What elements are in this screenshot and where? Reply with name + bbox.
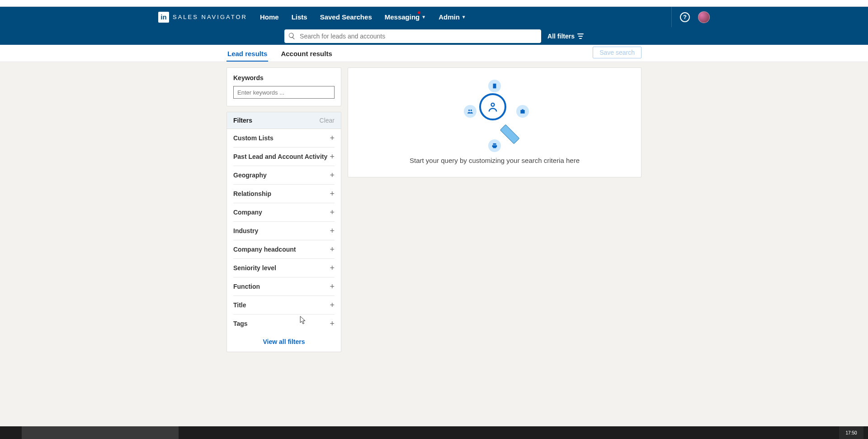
help-icon[interactable]: ? bbox=[680, 12, 690, 22]
os-taskbar: 17:50 bbox=[0, 426, 868, 439]
clear-filters-button: Clear bbox=[320, 117, 335, 124]
brand-name: SALES NAVIGATOR bbox=[173, 14, 247, 20]
plus-icon: + bbox=[330, 264, 335, 272]
keywords-card: Keywords bbox=[226, 67, 341, 106]
filter-lines-icon bbox=[577, 33, 584, 39]
filter-label: Relationship bbox=[233, 190, 271, 197]
topbar-divider bbox=[671, 7, 672, 27]
magnifier-handle bbox=[500, 124, 520, 144]
keywords-label: Keywords bbox=[233, 74, 335, 81]
filters-card: Filters Clear Custom Lists+Past Lead and… bbox=[226, 112, 341, 352]
filter-label: Company headcount bbox=[233, 246, 296, 253]
filter-row-industry[interactable]: Industry+ bbox=[233, 222, 335, 240]
tab-lead-results[interactable]: Lead results bbox=[226, 50, 268, 62]
plus-icon: + bbox=[330, 171, 335, 179]
browser-chrome-bar bbox=[0, 0, 868, 7]
plus-icon: + bbox=[330, 134, 335, 142]
building-icon bbox=[488, 80, 501, 92]
empty-state-text: Start your query by customizing your sea… bbox=[357, 157, 632, 164]
filter-row-title[interactable]: Title+ bbox=[233, 296, 335, 315]
plus-icon: + bbox=[330, 282, 335, 291]
plus-icon: + bbox=[330, 190, 335, 198]
chevron-down-icon: ▼ bbox=[421, 14, 426, 19]
view-all-filters-link[interactable]: View all filters bbox=[227, 333, 341, 352]
filter-row-past-lead-and-account-activity[interactable]: Past Lead and Account Activity+ bbox=[233, 148, 335, 166]
brand[interactable]: in SALES NAVIGATOR bbox=[158, 12, 247, 23]
plus-icon: + bbox=[330, 227, 335, 235]
svg-point-0 bbox=[491, 103, 495, 106]
filter-row-tags[interactable]: Tags+ bbox=[233, 315, 335, 333]
global-search-input[interactable] bbox=[284, 29, 541, 43]
taskbar-clock: 17:50 bbox=[839, 426, 863, 439]
filter-label: Tags bbox=[233, 320, 248, 327]
save-search-button: Save search bbox=[593, 47, 642, 58]
topbar: in SALES NAVIGATOR Home Lists Saved Sear… bbox=[0, 7, 868, 27]
nav-lists[interactable]: Lists bbox=[292, 13, 307, 21]
nav-messaging-label: Messaging bbox=[385, 13, 420, 21]
plus-icon: + bbox=[330, 153, 335, 161]
filter-label: Seniority level bbox=[233, 264, 276, 272]
filter-row-seniority-level[interactable]: Seniority level+ bbox=[233, 259, 335, 277]
plus-icon: + bbox=[330, 301, 335, 309]
filter-label: Past Lead and Account Activity bbox=[233, 153, 327, 160]
results-tabs-bar: Lead results Account results Save search bbox=[0, 45, 868, 62]
searchbar: All filters bbox=[0, 27, 868, 45]
avatar[interactable] bbox=[698, 11, 710, 23]
chevron-down-icon: ▼ bbox=[462, 14, 466, 19]
filter-label: Function bbox=[233, 283, 260, 290]
content-area: Keywords Filters Clear Custom Lists+Past… bbox=[0, 62, 868, 439]
keywords-input[interactable] bbox=[233, 86, 335, 99]
nav-admin[interactable]: Admin ▼ bbox=[439, 13, 466, 21]
briefcase-icon bbox=[516, 105, 529, 118]
nav-messaging[interactable]: Messaging ▼ bbox=[385, 13, 426, 21]
filter-row-relationship[interactable]: Relationship+ bbox=[233, 185, 335, 203]
filter-row-custom-lists[interactable]: Custom Lists+ bbox=[233, 129, 335, 148]
nav-admin-label: Admin bbox=[439, 13, 460, 21]
tab-account-results[interactable]: Account results bbox=[280, 50, 333, 62]
plus-icon: + bbox=[330, 208, 335, 216]
notification-badge bbox=[418, 11, 420, 14]
people-icon bbox=[464, 105, 476, 118]
plus-icon: + bbox=[330, 245, 335, 253]
linkedin-icon: in bbox=[158, 12, 169, 23]
filter-label: Company bbox=[233, 209, 262, 216]
filter-label: Custom Lists bbox=[233, 134, 274, 142]
filter-row-company[interactable]: Company+ bbox=[233, 203, 335, 222]
filter-row-function[interactable]: Function+ bbox=[233, 277, 335, 296]
search-icon bbox=[288, 32, 296, 40]
nav-saved-searches[interactable]: Saved Searches bbox=[320, 13, 372, 21]
filter-row-company-headcount[interactable]: Company headcount+ bbox=[233, 240, 335, 259]
plus-icon: + bbox=[330, 320, 335, 328]
filter-label: Geography bbox=[233, 172, 267, 179]
filter-label: Industry bbox=[233, 227, 258, 234]
empty-results-card: Start your query by customizing your sea… bbox=[348, 67, 642, 177]
magnifier-person-icon bbox=[479, 93, 506, 120]
filter-row-geography[interactable]: Geography+ bbox=[233, 166, 335, 185]
printer-icon bbox=[488, 139, 501, 152]
all-filters-button[interactable]: All filters bbox=[547, 33, 584, 40]
filter-label: Title bbox=[233, 301, 246, 309]
all-filters-label: All filters bbox=[547, 33, 575, 40]
nav-home[interactable]: Home bbox=[260, 13, 279, 21]
filters-title: Filters bbox=[233, 117, 252, 124]
empty-illustration bbox=[458, 79, 531, 151]
